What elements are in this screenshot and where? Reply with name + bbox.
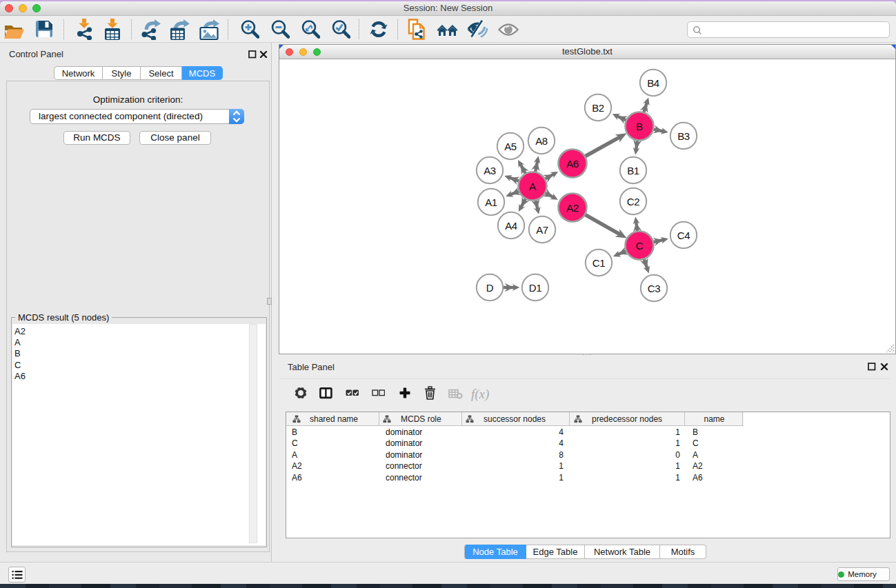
svg-text:A6: A6	[566, 158, 579, 170]
svg-text:A: A	[529, 181, 537, 192]
svg-text:C3: C3	[648, 283, 660, 294]
svg-text:A7: A7	[536, 224, 548, 236]
svg-text:D: D	[486, 282, 494, 294]
svg-text:B3: B3	[677, 130, 690, 142]
svg-text:A1: A1	[485, 196, 497, 208]
svg-text:A4: A4	[505, 220, 517, 232]
svg-text:B2: B2	[592, 102, 604, 114]
svg-text:A8: A8	[535, 135, 548, 147]
svg-text:A2: A2	[566, 202, 579, 214]
svg-text:B: B	[636, 121, 643, 132]
svg-text:B1: B1	[627, 165, 639, 176]
svg-text:C4: C4	[677, 230, 690, 241]
svg-text:A3: A3	[484, 165, 496, 176]
svg-text:C: C	[636, 240, 644, 252]
svg-text:A5: A5	[504, 141, 517, 152]
svg-text:C1: C1	[593, 257, 605, 269]
svg-text:D1: D1	[529, 282, 541, 294]
svg-text:B4: B4	[647, 77, 659, 89]
svg-text:C2: C2	[627, 196, 639, 207]
